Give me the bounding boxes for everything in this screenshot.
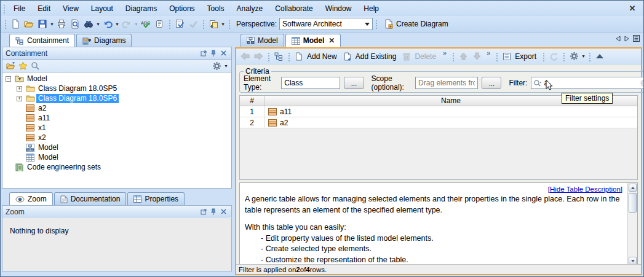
tab-model-table[interactable]: Model ✕ bbox=[285, 34, 341, 47]
open-project-icon[interactable] bbox=[22, 17, 36, 31]
toolbar-grip[interactable] bbox=[495, 52, 498, 61]
description-scrollbar[interactable] bbox=[627, 183, 637, 265]
move-up-icon[interactable] bbox=[456, 50, 470, 63]
menu-help[interactable]: Help bbox=[357, 2, 385, 15]
tree-item-x2[interactable]: x2 bbox=[2, 133, 231, 142]
toolbar-grip[interactable] bbox=[588, 52, 591, 61]
toolbar-grip[interactable] bbox=[562, 52, 565, 61]
pin-panel-icon[interactable] bbox=[209, 49, 218, 58]
tab-containment[interactable]: Containment bbox=[9, 34, 75, 47]
menu-view[interactable]: View bbox=[57, 2, 85, 15]
toolbar-grip[interactable] bbox=[4, 19, 7, 29]
filter-input[interactable] bbox=[543, 79, 640, 87]
forward-icon[interactable] bbox=[252, 50, 265, 63]
toolbar-grip[interactable] bbox=[168, 19, 171, 29]
validate-icon[interactable] bbox=[173, 17, 186, 31]
refresh-icon[interactable] bbox=[547, 50, 560, 63]
clear-filter-icon[interactable] bbox=[640, 79, 644, 87]
close-panel-icon[interactable] bbox=[218, 49, 228, 58]
element-type-browse-button[interactable]: ... bbox=[344, 77, 364, 89]
tab-documentation[interactable]: Documentation bbox=[54, 192, 127, 205]
menu-collaborate[interactable]: Collaborate bbox=[269, 2, 319, 15]
tab-model-diagram[interactable]: Model bbox=[241, 34, 284, 47]
expand-expander-icon[interactable]: + bbox=[17, 96, 22, 101]
notes-icon[interactable] bbox=[153, 17, 166, 31]
table-row[interactable]: 2 a2 bbox=[240, 117, 637, 128]
find-dropdown-icon[interactable]: ▾ bbox=[95, 17, 101, 31]
tree-item-model-root[interactable]: − Model bbox=[2, 74, 231, 84]
toolbar-overflow-icon[interactable]: » bbox=[487, 49, 490, 57]
pin-panel-icon[interactable] bbox=[209, 208, 218, 216]
back-icon[interactable] bbox=[238, 50, 252, 63]
perspective-select[interactable]: Software Architect bbox=[279, 18, 373, 30]
update-project-icon[interactable] bbox=[207, 17, 220, 31]
open-element-icon[interactable] bbox=[5, 60, 16, 71]
tab-scroll-left-icon[interactable] bbox=[616, 36, 621, 42]
tree-item-code-engineering-sets[interactable]: Code engineering sets bbox=[2, 162, 231, 172]
toolbar-grip[interactable] bbox=[542, 52, 545, 61]
toolbar-grip[interactable] bbox=[287, 52, 290, 61]
gear-icon[interactable] bbox=[567, 50, 581, 63]
close-icon[interactable]: ✕ bbox=[627, 3, 637, 13]
menu-edit[interactable]: Edit bbox=[31, 2, 57, 15]
tree-item-class-diagram-sp6[interactable]: + Class Diagram 18.0SP6 bbox=[2, 93, 231, 103]
menu-window[interactable]: Window bbox=[319, 2, 358, 15]
select-in-containment-icon[interactable] bbox=[272, 50, 285, 63]
toolbar-grip[interactable] bbox=[228, 19, 231, 29]
tree-item-x1[interactable]: x1 bbox=[2, 123, 231, 133]
toolbar-overflow-icon[interactable]: » bbox=[443, 49, 447, 57]
commit-icon[interactable] bbox=[186, 17, 200, 31]
float-panel-icon[interactable] bbox=[199, 208, 209, 216]
collapse-toolbar-icon[interactable] bbox=[593, 50, 606, 63]
add-new-icon[interactable] bbox=[292, 50, 306, 63]
menu-tools[interactable]: Tools bbox=[201, 2, 231, 15]
menu-analyze[interactable]: Analyze bbox=[231, 2, 269, 15]
column-header-number[interactable]: # bbox=[240, 96, 264, 106]
float-panel-icon[interactable] bbox=[199, 49, 209, 58]
redo-icon[interactable] bbox=[120, 17, 133, 31]
search-tree-icon[interactable] bbox=[30, 60, 41, 71]
create-diagram-button[interactable]: Create Diagram bbox=[380, 17, 453, 31]
toolbar-grip[interactable] bbox=[202, 19, 205, 29]
add-existing-icon[interactable] bbox=[341, 50, 354, 63]
new-project-icon[interactable] bbox=[9, 17, 22, 31]
move-down-icon[interactable] bbox=[470, 50, 483, 63]
hide-table-description-link[interactable]: [Hide Table Description] bbox=[548, 185, 622, 193]
add-existing-button[interactable]: Add Existing bbox=[356, 52, 397, 61]
tab-diagrams[interactable]: ✱ Diagrams bbox=[76, 34, 132, 47]
redo-dropdown-icon[interactable]: ▾ bbox=[133, 17, 139, 31]
gear-dropdown-icon[interactable]: ▾ bbox=[581, 50, 586, 63]
tree-item-a2[interactable]: a2 bbox=[2, 103, 231, 113]
menu-file[interactable]: File bbox=[7, 2, 31, 15]
gear-icon[interactable] bbox=[211, 60, 222, 71]
tree-item-class-diagram-sp5[interactable]: + Class Diagram 18.0SP5 bbox=[2, 84, 231, 93]
table-row[interactable]: 1 a11 bbox=[240, 106, 637, 117]
add-new-button[interactable]: Add New bbox=[307, 52, 337, 61]
close-panel-icon[interactable] bbox=[218, 208, 228, 216]
expand-expander-icon[interactable]: + bbox=[17, 86, 22, 92]
print-icon[interactable] bbox=[55, 17, 68, 31]
print-preview-icon[interactable] bbox=[68, 17, 82, 31]
tree-item-model-diagram[interactable]: Model bbox=[2, 142, 231, 152]
tree-item-model-table[interactable]: Model bbox=[2, 152, 231, 162]
favorites-star-icon[interactable] bbox=[17, 60, 28, 71]
toolbar-grip[interactable] bbox=[2, 4, 6, 14]
tree-item-a11[interactable]: a11 bbox=[2, 113, 231, 123]
scroll-up-icon[interactable] bbox=[629, 184, 637, 192]
scope-browse-button[interactable]: ... bbox=[482, 77, 501, 89]
scope-field[interactable] bbox=[415, 77, 478, 89]
menu-layout[interactable]: Layout bbox=[85, 2, 119, 15]
collapse-expander-icon[interactable]: − bbox=[6, 76, 11, 82]
save-dropdown-icon[interactable]: ▾ bbox=[49, 17, 55, 31]
tab-scroll-right-icon[interactable] bbox=[624, 36, 629, 42]
element-type-field[interactable] bbox=[281, 77, 340, 89]
toolbar-grip[interactable] bbox=[451, 52, 455, 61]
update-dropdown-icon[interactable]: ▾ bbox=[220, 17, 226, 31]
filter-search-icon[interactable] bbox=[533, 79, 543, 87]
scroll-thumb[interactable] bbox=[629, 193, 637, 213]
export-icon[interactable] bbox=[500, 50, 514, 63]
menu-diagrams[interactable]: Diagrams bbox=[119, 2, 163, 15]
save-icon[interactable] bbox=[36, 17, 49, 31]
gear-dropdown-icon[interactable]: ▾ bbox=[223, 59, 229, 72]
toolbar-grip[interactable] bbox=[267, 52, 270, 61]
